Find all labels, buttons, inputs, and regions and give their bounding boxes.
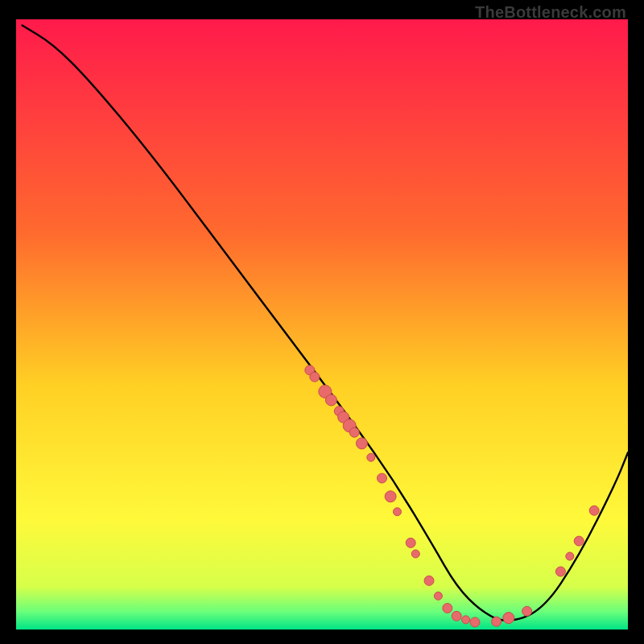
highlight-point (393, 508, 401, 516)
highlight-point (356, 438, 367, 449)
highlight-point (377, 473, 386, 483)
highlight-point (310, 372, 320, 382)
highlight-point (406, 538, 415, 547)
highlight-point (349, 427, 359, 437)
highlight-point (492, 617, 502, 626)
highlight-point (424, 576, 434, 585)
chart-frame (16, 19, 628, 630)
highlight-point (522, 606, 532, 616)
highlight-point (411, 550, 419, 558)
highlight-point (434, 592, 442, 600)
highlight-point (566, 552, 574, 560)
highlight-point (452, 611, 461, 621)
highlight-point (503, 613, 514, 624)
highlight-point (555, 567, 565, 576)
highlight-point (470, 617, 480, 627)
highlight-point (443, 603, 452, 613)
highlight-point (367, 453, 375, 461)
chart-background (16, 19, 628, 630)
bottleneck-chart (16, 19, 628, 630)
highlight-point (462, 616, 470, 624)
highlight-point (385, 491, 396, 502)
highlight-point (325, 394, 336, 406)
highlight-point (589, 506, 599, 515)
highlight-point (574, 536, 584, 546)
